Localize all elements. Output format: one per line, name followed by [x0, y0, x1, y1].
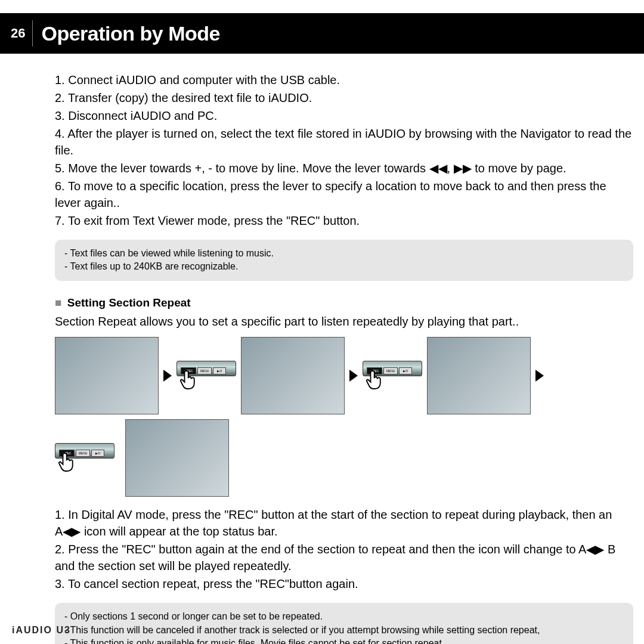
note-line: - Only sections 1 second or longer can b… [64, 610, 624, 623]
top-steps: 1. Connect iAUDIO and computer with the … [55, 72, 633, 229]
device-illustration: ● REC MENU ▶/II [177, 361, 236, 391]
hand-pointer-icon [366, 369, 384, 395]
diagram-row-2: ● REC MENU ▶/II [55, 419, 633, 497]
step-5: 5. Move the lever towards +, - to move b… [55, 160, 633, 177]
note-line: - This function is only available for mu… [64, 637, 624, 644]
device-illustration: ● REC MENU ▶/II [363, 361, 422, 391]
arrow-icon [535, 370, 544, 382]
step-2: 2. Transfer (copy) the desired text file… [55, 89, 633, 106]
note-line: - Text files can be viewed while listeni… [64, 247, 624, 260]
play-button-label: ▶/II [213, 367, 226, 374]
section-title: ■ Setting Section Repeat [55, 295, 633, 311]
play-button-label: ▶/II [91, 450, 104, 457]
screen-placeholder [427, 337, 531, 414]
page-content: 1. Connect iAUDIO and computer with the … [0, 54, 644, 644]
screen-placeholder [55, 337, 159, 414]
page-number: 26 [11, 26, 25, 41]
step-b3: 3. To cancel section repeat, press the "… [55, 575, 633, 592]
page-title: Operation by Mode [41, 22, 219, 45]
note-line: - This function will be canceled if anot… [64, 624, 624, 637]
screen-placeholder [241, 337, 345, 414]
hand-pointer-icon [58, 451, 76, 477]
arrow-icon [163, 370, 172, 382]
hand-pointer-icon [180, 369, 198, 395]
note-box-bottom: - Only sections 1 second or longer can b… [55, 603, 633, 644]
play-button-label: ▶/II [399, 367, 412, 374]
step-6: 6. To move to a specific location, press… [55, 178, 633, 211]
step-3: 3. Disconnect iAUDIO and PC. [55, 107, 633, 124]
diagram-row-1: ● REC MENU ▶/II ● REC MENU ▶/II [55, 337, 633, 414]
device-illustration: ● REC MENU ▶/II [55, 443, 114, 473]
menu-button-label: MENU [197, 367, 212, 374]
step-4: 4. After the player is turned on, select… [55, 125, 633, 159]
footer-model: iAUDIO U3 [12, 625, 71, 636]
step-1: 1. Connect iAUDIO and computer with the … [55, 72, 633, 88]
note-line: - Text files up to 240KB are recognizabl… [64, 260, 624, 273]
page-header: 26 Operation by Mode [0, 13, 644, 54]
step-b2: 2. Press the "REC" button again at the e… [55, 541, 633, 574]
bullet-icon: ■ [55, 296, 61, 309]
bottom-steps: 1. In Digital AV mode, press the "REC" b… [55, 506, 633, 592]
screen-placeholder [125, 419, 229, 497]
menu-button-label: MENU [76, 450, 90, 457]
step-7: 7. To exit from Text Viewer mode, press … [55, 212, 633, 229]
arrow-icon [349, 370, 358, 382]
section-title-text: Setting Section Repeat [67, 296, 191, 309]
note-box-top: - Text files can be viewed while listeni… [55, 240, 633, 281]
menu-button-label: MENU [383, 367, 398, 374]
section-description: Section Repeat allows you to set a speci… [55, 313, 633, 330]
step-b1: 1. In Digital AV mode, press the "REC" b… [55, 506, 633, 540]
header-divider [32, 20, 33, 47]
